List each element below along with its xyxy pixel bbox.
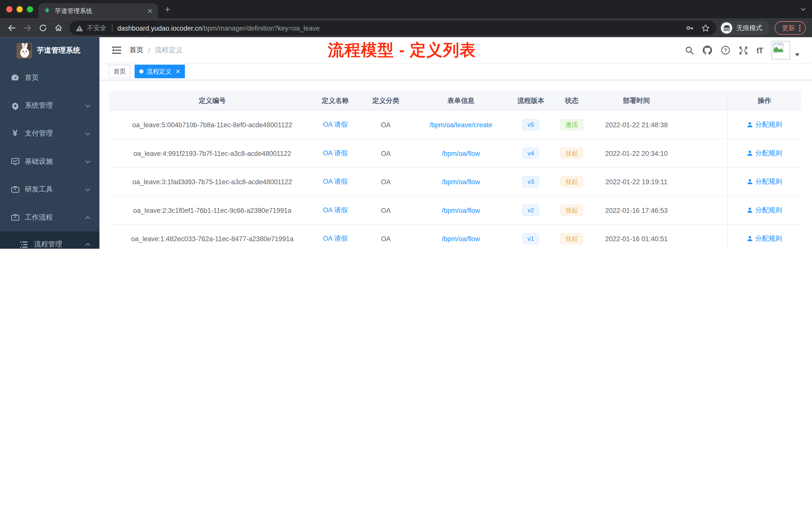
chevron-up-icon	[85, 242, 91, 246]
user-avatar[interactable]	[772, 41, 790, 59]
security-label: 不安全	[87, 24, 107, 32]
sidebar-item-workflow[interactable]: 工作流程	[0, 204, 99, 232]
definition-category: OA	[355, 206, 417, 214]
window-controls	[6, 6, 33, 12]
sidebar-item-label: 基础设施	[25, 157, 53, 166]
definition-name-link[interactable]: OA 请假	[323, 206, 348, 214]
table-row: oa_leave:2:3c1f0ef1-76b1-11ec-9c66-a2380…	[109, 196, 801, 224]
password-key-icon[interactable]	[686, 24, 694, 32]
form-info-link[interactable]: /bpm/oa/flow	[442, 149, 480, 157]
deploy-time: 2022-01-22 19:19:11	[587, 178, 686, 185]
font-size-icon[interactable]: tT	[756, 46, 763, 55]
chevron-down-icon	[85, 160, 91, 163]
chevron-up-icon	[85, 216, 91, 219]
sidebar-item-home[interactable]: 首页	[0, 64, 99, 92]
assign-rule-link[interactable]: 分配规则	[747, 206, 782, 215]
definition-id: oa_leave:5:004b710b-7b8a-11ec-8ef0-acde4…	[109, 121, 316, 129]
reload-icon[interactable]	[35, 21, 51, 35]
briefcase-icon	[10, 213, 20, 221]
assign-rule-link[interactable]: 分配规则	[747, 234, 782, 243]
github-icon[interactable]	[702, 46, 712, 55]
col-header: 定义名称	[316, 96, 355, 105]
tab-title: 芋道管理系统	[55, 6, 143, 15]
table-row: oa_leave:3:1fad3d93-7b75-11ec-a3c8-acde4…	[109, 168, 801, 196]
url-path: /bpm/manager/definition?key=oa_leave	[202, 24, 678, 32]
browser-toolbar: 不安全 dashboard.yudao.iocoder.cn /bpm/mana…	[0, 19, 812, 37]
sidebar-item-payment[interactable]: ¥ 支付管理	[0, 119, 99, 147]
sidebar-item-label: 研发工具	[25, 185, 53, 194]
definition-table: 定义编号 定义名称 定义分类 表单信息 流程版本 状态 部署时间 操作 oa_l…	[109, 91, 801, 249]
form-info-link[interactable]: /bpm/oa/flow	[442, 178, 480, 185]
incognito-icon	[721, 22, 732, 34]
col-header: 表单信息	[417, 96, 505, 105]
definition-name-link[interactable]: OA 请假	[323, 149, 348, 157]
url-host: dashboard.yudao.iocoder.cn	[117, 24, 202, 32]
assign-rule-link[interactable]: 分配规则	[747, 149, 782, 158]
active-dot-icon	[139, 69, 144, 73]
form-info-link[interactable]: /bpm/oa/flow	[442, 206, 480, 214]
breadcrumb-home[interactable]: 首页	[129, 46, 144, 55]
page-content: 定义编号 定义名称 定义分类 表单信息 流程版本 状态 部署时间 操作 oa_l…	[99, 80, 812, 249]
url-bar[interactable]: 不安全 dashboard.yudao.iocoder.cn /bpm/mana…	[69, 21, 716, 35]
sidebar-item-devtools[interactable]: 研发工具	[0, 175, 99, 203]
assign-rule-link[interactable]: 分配规则	[747, 177, 782, 186]
logo-avatar	[17, 43, 32, 58]
forward-icon[interactable]	[20, 21, 35, 35]
form-info-link[interactable]: /bpm/oa/leave/create	[429, 121, 492, 129]
bookmark-star-icon[interactable]	[701, 24, 710, 32]
search-icon[interactable]	[685, 46, 694, 55]
avatar-dropdown-caret-icon[interactable]	[795, 49, 800, 58]
tab-close-icon[interactable]: ✕	[147, 7, 153, 15]
definition-id: oa_leave:3:1fad3d93-7b75-11ec-a3c8-acde4…	[109, 178, 316, 185]
navbar-actions: ? tT	[685, 41, 800, 59]
gear-icon	[10, 101, 20, 110]
hamburger-icon[interactable]	[112, 46, 121, 55]
tag-label: 首页	[114, 67, 126, 76]
form-info-link[interactable]: /bpm/oa/flow	[442, 235, 480, 242]
browser-update-button[interactable]: 更新	[775, 21, 806, 35]
table-row: oa_leave:5:004b710b-7b8a-11ec-8ef0-acde4…	[109, 111, 801, 139]
definition-name-link[interactable]: OA 请假	[323, 234, 348, 242]
col-header: 定义编号	[109, 96, 316, 105]
update-label: 更新	[782, 24, 795, 32]
tag-close-icon[interactable]: ✕	[175, 68, 180, 75]
chevron-down-icon	[85, 132, 91, 135]
tab-search-chevron-icon[interactable]	[801, 0, 806, 19]
sidebar-item-label: 工作流程	[25, 213, 53, 222]
assign-rule-link[interactable]: 分配规则	[747, 120, 782, 129]
tag-home[interactable]: 首页	[109, 65, 130, 78]
help-icon[interactable]: ?	[721, 46, 730, 55]
maximize-window-button[interactable]	[27, 6, 33, 12]
sidebar-item-label: 流程管理	[34, 240, 62, 249]
sidebar-item-system[interactable]: 系统管理	[0, 92, 99, 119]
sidebar-item-process-management[interactable]: 流程管理	[0, 232, 99, 249]
definition-category: OA	[355, 121, 417, 129]
yen-icon: ¥	[10, 128, 20, 139]
sidebar-item-infrastructure[interactable]: 基础设施	[0, 148, 99, 175]
new-tab-button[interactable]: +	[165, 0, 171, 19]
definition-name-link[interactable]: OA 请假	[323, 177, 348, 185]
browser-tab[interactable]: 芋道管理系统 ✕	[38, 3, 158, 19]
chevron-down-icon	[85, 104, 91, 108]
back-icon[interactable]	[4, 21, 20, 35]
status-badge: 挂起	[560, 233, 583, 244]
chevron-down-icon	[85, 188, 91, 191]
definition-category: OA	[355, 235, 417, 242]
version-badge: v5	[522, 119, 539, 130]
definition-category: OA	[355, 178, 417, 185]
fullscreen-icon[interactable]	[739, 46, 748, 55]
definition-category: OA	[355, 149, 417, 157]
definition-id: oa_leave:4:991f2193-7b7f-11ec-a3c8-acde4…	[109, 149, 316, 157]
browser-menu-dots-icon[interactable]	[799, 25, 801, 31]
home-icon[interactable]	[51, 21, 66, 35]
status-badge: 挂起	[560, 148, 583, 159]
definition-name-link[interactable]: OA 请假	[323, 121, 348, 128]
tag-process-definition[interactable]: 流程定义 ✕	[135, 65, 185, 78]
table-header-row: 定义编号 定义名称 定义分类 表单信息 流程版本 状态 部署时间 操作	[109, 91, 801, 111]
sidebar-item-label: 首页	[25, 73, 39, 82]
close-window-button[interactable]	[6, 6, 12, 12]
table-row: oa_leave:1:482ec033-762a-11ec-8477-a2380…	[109, 224, 801, 249]
dashboard-icon	[10, 73, 20, 82]
deploy-time: 2022-01-16 17:46:53	[587, 206, 686, 214]
minimize-window-button[interactable]	[17, 6, 23, 12]
